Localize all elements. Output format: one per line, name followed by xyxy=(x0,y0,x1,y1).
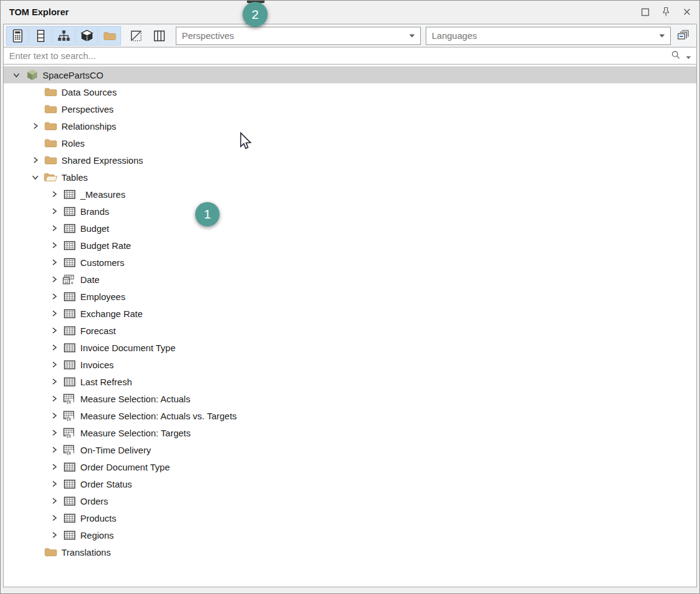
tree-item-last-refresh[interactable]: Last Refresh xyxy=(4,373,696,390)
chevron-right-icon[interactable] xyxy=(47,412,61,419)
titlebar[interactable]: TOM Explorer xyxy=(1,1,699,23)
table-icon xyxy=(63,377,77,386)
chevron-right-icon[interactable] xyxy=(47,190,61,198)
maximize-button[interactable] xyxy=(640,7,651,18)
calculator-toggle-button[interactable] xyxy=(6,26,29,46)
svg-text:fx: fx xyxy=(67,398,72,404)
collapse-windows-button[interactable] xyxy=(674,27,693,45)
hierarchy-icon xyxy=(57,30,71,42)
tree-item-perspectives[interactable]: Perspectives xyxy=(4,100,696,117)
chevron-right-icon[interactable] xyxy=(47,378,61,385)
pin-button[interactable] xyxy=(660,7,671,18)
chevron-right-icon[interactable] xyxy=(47,514,61,522)
tree-item-tables[interactable]: Tables xyxy=(4,169,696,186)
chevron-right-icon[interactable] xyxy=(47,208,61,215)
chevron-right-icon[interactable] xyxy=(47,446,61,453)
tree-item-label: Perspectives xyxy=(61,104,114,114)
tree-item-exchange-rate[interactable]: Exchange Rate xyxy=(4,305,696,322)
tree-item-date[interactable]: 12xDate xyxy=(4,271,696,288)
chevron-right-icon[interactable] xyxy=(47,429,61,436)
tree-item-order-status[interactable]: Order Status xyxy=(4,475,696,492)
tree-item-label: On-Time Delivery xyxy=(80,445,151,455)
table-icon xyxy=(63,258,77,267)
partition-toggle-button[interactable] xyxy=(125,26,147,46)
tree-item-budget-rate[interactable]: Budget Rate xyxy=(4,237,696,254)
calc-table-icon: fx xyxy=(63,394,77,404)
panel-title: TOM Explorer xyxy=(9,7,69,17)
tree-item-on-time-delivery[interactable]: fxOn-Time Delivery xyxy=(4,441,696,458)
chevron-right-icon[interactable] xyxy=(47,225,61,232)
svg-text:x: x xyxy=(70,279,73,284)
chevron-right-icon[interactable] xyxy=(29,122,42,130)
table-icon xyxy=(63,292,77,301)
tree-item-label: Products xyxy=(80,513,116,523)
folder-icon xyxy=(44,138,58,148)
chevron-down-icon[interactable] xyxy=(29,173,42,181)
chevron-right-icon[interactable] xyxy=(47,293,61,300)
tree-item-relationships[interactable]: Relationships xyxy=(4,117,696,135)
tree-item-roles[interactable]: Roles xyxy=(4,135,696,152)
tree-item-budget[interactable]: Budget xyxy=(4,220,696,237)
chevron-right-icon[interactable] xyxy=(47,242,61,249)
chevron-down-icon xyxy=(659,34,665,38)
chevron-right-icon[interactable] xyxy=(47,276,61,283)
tree-item-data-sources[interactable]: Data Sources xyxy=(4,83,696,100)
table-icon xyxy=(63,326,77,335)
table-icon xyxy=(63,480,77,489)
tree-item-label: Customers xyxy=(80,257,125,268)
tree-item-measure-selection-targets[interactable]: fxMeasure Selection: Targets xyxy=(4,424,696,441)
chevron-right-icon[interactable] xyxy=(47,361,61,368)
folder-icon xyxy=(44,547,58,557)
toolbar-filter-buttons xyxy=(6,26,171,46)
chevron-right-icon[interactable] xyxy=(47,327,61,334)
tree-item-label: Regions xyxy=(80,530,114,540)
tree-item-label: Invoices xyxy=(80,360,114,370)
tree-item-measure-selection-actuals[interactable]: fxMeasure Selection: Actuals xyxy=(4,390,696,407)
tree-item-shared-expressions[interactable]: Shared Expressions xyxy=(4,152,696,169)
tree-item-translations[interactable]: Translations xyxy=(4,543,696,561)
chevron-right-icon[interactable] xyxy=(47,259,61,266)
folder-icon xyxy=(44,104,58,114)
tree-item-spacepartsco[interactable]: SpacePartsCO xyxy=(4,66,696,83)
tree-item-orders[interactable]: Orders xyxy=(4,492,696,509)
tree-item-measure-selection-actuals-vs-targets[interactable]: fxMeasure Selection: Actuals vs. Targets xyxy=(4,407,696,424)
tree-item-label: Last Refresh xyxy=(80,377,132,387)
chevron-right-icon[interactable] xyxy=(47,480,61,487)
column-stack-toggle-button[interactable] xyxy=(29,26,52,46)
table-icon xyxy=(63,224,77,233)
tree-item-label: Order Status xyxy=(80,479,132,489)
tree-item-customers[interactable]: Customers xyxy=(4,254,696,271)
mouse-cursor xyxy=(239,132,254,154)
tree-item-invoice-document-type[interactable]: Invoice Document Type xyxy=(4,339,696,356)
search-icon[interactable] xyxy=(671,50,681,62)
cube-toggle-button[interactable] xyxy=(75,26,98,46)
tree-item-products[interactable]: Products xyxy=(4,509,696,526)
chevron-right-icon[interactable] xyxy=(47,531,61,539)
tree-item-label: Date xyxy=(80,274,100,285)
tree-item-forecast[interactable]: Forecast xyxy=(4,322,696,339)
close-button[interactable] xyxy=(681,7,692,18)
languages-dropdown[interactable]: Languages xyxy=(426,27,671,45)
chevron-right-icon[interactable] xyxy=(47,395,61,402)
chevron-right-icon[interactable] xyxy=(47,497,61,505)
chevron-right-icon[interactable] xyxy=(47,344,61,351)
folder-toggle-button[interactable] xyxy=(99,26,121,46)
chevron-down-icon[interactable] xyxy=(10,71,23,79)
chevron-right-icon[interactable] xyxy=(29,156,42,164)
tree-item-regions[interactable]: Regions xyxy=(4,526,696,543)
perspectives-dropdown[interactable]: Perspectives xyxy=(176,27,421,45)
tree-item-brands[interactable]: Brands xyxy=(4,203,696,220)
tree-item-invoices[interactable]: Invoices xyxy=(4,356,696,373)
tree-item-measures[interactable]: _Measures xyxy=(4,186,696,203)
tree-item-order-document-type[interactable]: Order Document Type xyxy=(4,458,696,475)
hierarchy-toggle-button[interactable] xyxy=(52,26,75,46)
search-options-chevron-icon[interactable] xyxy=(686,51,691,61)
calculator-icon xyxy=(12,29,24,43)
table-columns-toggle-button[interactable] xyxy=(148,26,170,46)
tree-item-label: SpacePartsCO xyxy=(43,70,103,80)
search-input[interactable] xyxy=(9,51,671,61)
tree-item-employees[interactable]: Employees xyxy=(4,288,696,305)
chevron-right-icon[interactable] xyxy=(47,310,61,317)
table-icon xyxy=(63,343,77,352)
chevron-right-icon[interactable] xyxy=(47,463,61,470)
